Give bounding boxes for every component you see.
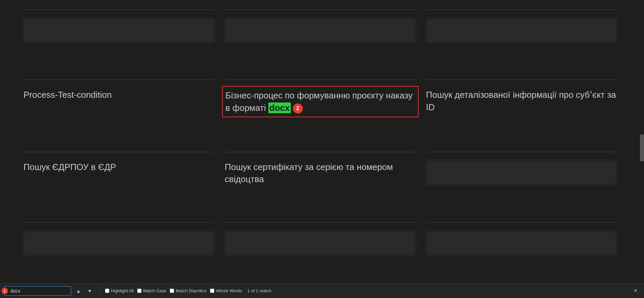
card-1-thumbnail [23, 18, 215, 43]
card-12[interactable] [423, 213, 624, 283]
search-input-wrapper: 1 [4, 286, 71, 296]
card-2[interactable] [221, 0, 423, 70]
card-8-title: Пошук сертифікату за серією та номером с… [225, 161, 416, 185]
scrollbar[interactable] [640, 0, 644, 283]
match-case-label[interactable]: Match Case [137, 288, 166, 293]
card-2-divider [225, 9, 416, 10]
whole-words-text: Whole Words [216, 288, 242, 293]
card-5-divider [225, 80, 416, 80]
card-2-thumbnail [225, 18, 416, 43]
card-4-divider [23, 80, 215, 80]
whole-words-checkbox[interactable] [210, 289, 214, 293]
card-10[interactable] [20, 213, 221, 283]
card-6-divider [426, 80, 617, 80]
card-3-thumbnail [426, 18, 617, 43]
card-1-divider [23, 9, 215, 10]
down-arrow-icon: ▼ [88, 288, 92, 294]
card-11-divider [225, 222, 416, 223]
card-11-thumbnail [225, 231, 416, 256]
match-count: 1 of 1 match [248, 288, 272, 293]
card-9-divider [426, 152, 617, 152]
card-12-thumbnail [426, 231, 617, 256]
card-9[interactable] [423, 142, 624, 213]
scrollbar-thumb[interactable] [640, 134, 644, 161]
highlight-all-text: Highlight All [111, 288, 134, 293]
card-4[interactable]: Process-Test-condition [20, 70, 221, 142]
card-10-divider [23, 222, 215, 223]
card-7[interactable]: Пошук ЄДРПОУ в ЄДР [20, 142, 221, 213]
search-prev-button[interactable]: ▲ [74, 287, 83, 295]
card-7-divider [23, 152, 215, 152]
card-4-title: Process-Test-condition [23, 89, 215, 101]
card-8-divider [225, 152, 416, 152]
search-next-button[interactable]: ▼ [86, 287, 94, 295]
card-5-text-before: Бізнес-процес по формуванню проєкту нака… [225, 90, 413, 113]
card-9-thumbnail [426, 161, 617, 185]
card-6[interactable]: Пошук деталізованої інформації про субʼє… [423, 70, 624, 142]
card-3-divider [426, 9, 617, 10]
up-arrow-icon: ▲ [76, 288, 81, 294]
whole-words-label[interactable]: Whole Words [210, 288, 242, 293]
card-5-title: Бізнес-процес по формуванню проєкту нака… [222, 86, 419, 117]
highlight-all-label[interactable]: Highlight All [105, 288, 134, 293]
card-8[interactable]: Пошук сертифікату за серією та номером с… [221, 142, 423, 213]
match-diacritics-text: Match Diacritics [176, 288, 207, 293]
card-1[interactable] [20, 0, 221, 70]
search-bar: 1 ▲ ▼ Highlight All Match Case Match Dia… [0, 283, 644, 298]
card-7-title: Пошук ЄДРПОУ в ЄДР [23, 161, 215, 173]
search-input[interactable] [4, 286, 71, 296]
card-12-divider [426, 222, 617, 223]
card-10-thumbnail [23, 231, 215, 256]
main-content: Process-Test-condition Бізнес-процес по … [0, 0, 644, 283]
card-5-highlight: docx [268, 102, 291, 113]
search-badge: 1 [1, 288, 8, 294]
match-badge: 2 [293, 103, 303, 114]
match-diacritics-checkbox[interactable] [170, 289, 174, 293]
card-5[interactable]: Бізнес-процес по формуванню проєкту нака… [221, 70, 423, 142]
match-diacritics-label[interactable]: Match Diacritics [170, 288, 207, 293]
highlight-all-checkbox[interactable] [105, 289, 109, 293]
match-case-text: Match Case [143, 288, 166, 293]
match-case-checkbox[interactable] [137, 289, 142, 293]
separator-1 [99, 287, 100, 295]
search-close-button[interactable]: × [631, 286, 640, 295]
card-11[interactable] [221, 213, 423, 283]
card-6-title: Пошук деталізованої інформації про субʼє… [426, 89, 617, 113]
card-3[interactable] [423, 0, 624, 70]
